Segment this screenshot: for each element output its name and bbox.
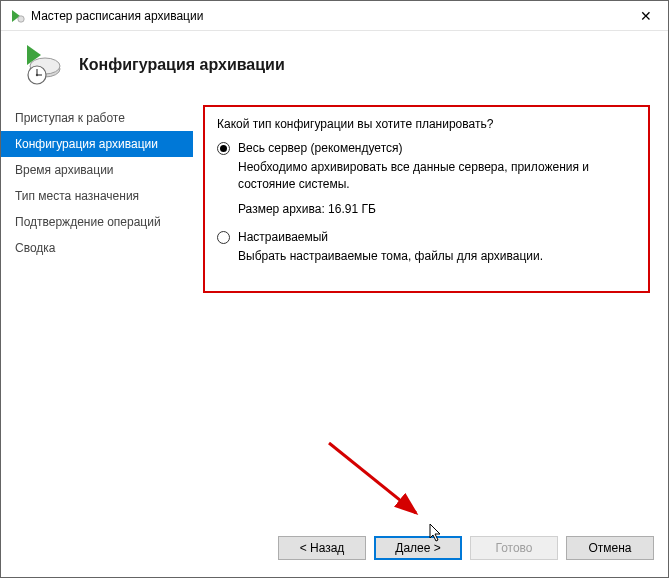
- wizard-steps-sidebar: Приступая к работе Конфигурация архиваци…: [1, 99, 193, 519]
- radio-icon: [217, 231, 230, 244]
- backup-size-line: Размер архива: 16.91 ГБ: [238, 202, 636, 216]
- close-icon: ✕: [640, 9, 652, 23]
- sidebar-item-confirmation[interactable]: Подтверждение операций: [1, 209, 193, 235]
- sidebar-item-backup-config[interactable]: Конфигурация архивации: [1, 131, 193, 157]
- radio-full-server-desc: Необходимо архивировать все данные серве…: [238, 159, 636, 194]
- sidebar-item-summary[interactable]: Сводка: [1, 235, 193, 261]
- wizard-footer: < Назад Далее > Готово Отмена: [1, 519, 668, 577]
- window-title: Мастер расписания архивации: [31, 9, 623, 23]
- page-title: Конфигурация архивации: [79, 56, 285, 74]
- titlebar: Мастер расписания архивации ✕: [1, 1, 668, 31]
- radio-custom-label: Настраиваемый: [238, 230, 328, 244]
- config-prompt: Какой тип конфигурации вы хотите планиро…: [217, 117, 636, 131]
- close-button[interactable]: ✕: [623, 1, 668, 30]
- cancel-button[interactable]: Отмена: [566, 536, 654, 560]
- radio-custom[interactable]: Настраиваемый: [217, 230, 636, 244]
- sidebar-item-backup-time[interactable]: Время архивации: [1, 157, 193, 183]
- next-button[interactable]: Далее >: [374, 536, 462, 560]
- radio-custom-desc: Выбрать настраиваемые тома, файлы для ар…: [238, 248, 636, 265]
- wizard-window: Мастер расписания архивации ✕ Конфигурац…: [0, 0, 669, 578]
- finish-button: Готово: [470, 536, 558, 560]
- radio-full-server[interactable]: Весь сервер (рекомендуется): [217, 141, 636, 155]
- app-icon: [9, 8, 25, 24]
- sidebar-item-getting-started[interactable]: Приступая к работе: [1, 105, 193, 131]
- wizard-header: Конфигурация архивации: [1, 31, 668, 99]
- highlight-annotation: Какой тип конфигурации вы хотите планиро…: [203, 105, 650, 293]
- radio-icon: [217, 142, 230, 155]
- radio-full-server-label: Весь сервер (рекомендуется): [238, 141, 402, 155]
- backup-icon: [17, 41, 65, 89]
- wizard-content: Какой тип конфигурации вы хотите планиро…: [193, 99, 668, 519]
- svg-point-0: [18, 15, 24, 21]
- sidebar-item-destination-type[interactable]: Тип места назначения: [1, 183, 193, 209]
- wizard-body: Приступая к работе Конфигурация архиваци…: [1, 99, 668, 519]
- back-button[interactable]: < Назад: [278, 536, 366, 560]
